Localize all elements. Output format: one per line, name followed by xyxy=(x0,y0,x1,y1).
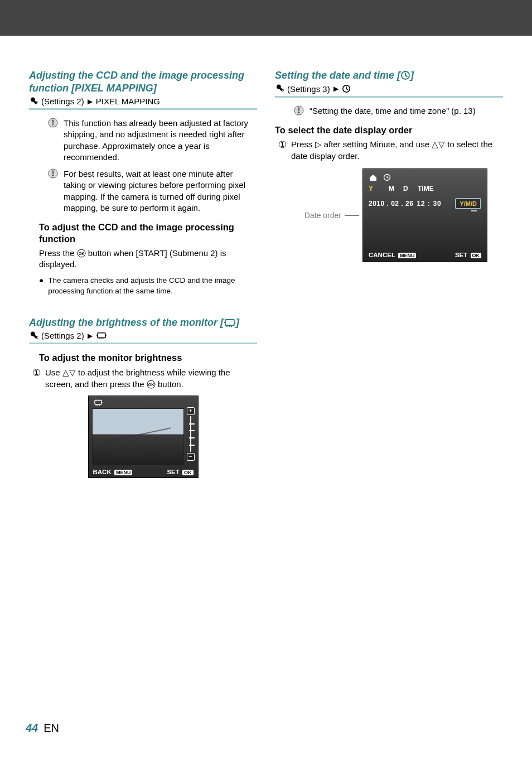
brightness-step-1: ① Use △▽ to adjust the brightness while … xyxy=(32,367,257,390)
hdr-m: M xyxy=(389,185,403,192)
hdr-time: TIME xyxy=(418,185,442,192)
brightness-preview-screen: + − BACK MENU SET OK xyxy=(88,396,199,478)
pixel-mapping-note-1: This function has already been adjusted … xyxy=(48,118,257,163)
brightness-step-prefix: Use xyxy=(45,368,62,377)
datetime-note-text: “Setting the date, time and time zone” (… xyxy=(309,105,503,117)
slider-handle-icon xyxy=(471,208,477,211)
pixel-mapping-bullet-text: The camera checks and adjusts the CCD an… xyxy=(48,276,257,296)
date-order-selector[interactable]: Y/M/D xyxy=(455,198,481,209)
clock-icon xyxy=(400,70,410,80)
datetime-set-label: SET OK xyxy=(455,252,481,258)
brightness-slider[interactable]: + − xyxy=(187,407,195,461)
bullet-icon: ● xyxy=(39,276,43,296)
menu-keycap: MENU xyxy=(398,253,417,258)
brightness-step-suffix: button. xyxy=(158,379,183,389)
datetime-title-suffix: ] xyxy=(410,70,414,81)
hdr-y: Y xyxy=(369,185,389,192)
ok-button-icon: OK xyxy=(147,380,156,389)
step-1-icon: ① xyxy=(278,138,287,162)
pixel-mapping-subhead: To adjust the CCD and the image processi… xyxy=(39,221,257,245)
datetime-cancel-text: CANCEL xyxy=(369,252,395,258)
brightness-path: 2 (Settings 2) ▶ xyxy=(29,331,257,344)
datetime-step-text: Press ▷ after setting Minute, and use △▽… xyxy=(291,138,503,162)
triangle-right-icon: ▶ xyxy=(88,332,93,340)
pixel-mapping-path: 2 (Settings 2) ▶ PIXEL MAPPING xyxy=(29,97,257,110)
pixel-mapping-note-1-text: This function has already been adjusted … xyxy=(64,118,257,163)
datetime-header-row: Y M D TIME xyxy=(369,185,481,192)
datetime-screen-wrap: Date order Y M D TIME xyxy=(275,168,503,262)
brightness-back-text: BACK xyxy=(93,469,112,475)
ok-keycap: OK xyxy=(182,470,194,475)
date-order-label: Date order xyxy=(304,211,341,220)
right-column: Setting the date and time [] 3 (Settings… xyxy=(275,69,503,478)
date-order-value: Y/M/D xyxy=(460,200,477,207)
svg-text:OK: OK xyxy=(148,383,154,387)
dt-step-mid: after setting Minute, and use xyxy=(324,139,432,149)
brightness-back-label: BACK MENU xyxy=(93,469,133,475)
triangle-right-icon: ▶ xyxy=(333,85,338,93)
step-1-icon: ① xyxy=(32,367,41,390)
hdr-d: D xyxy=(403,185,418,192)
datetime-cancel-label: CANCEL MENU xyxy=(369,252,416,258)
brightness-set-label: SET OK xyxy=(167,469,193,475)
datetime-title-prefix: Setting the date and time [ xyxy=(275,70,400,81)
monitor-brightness-icon xyxy=(93,399,103,406)
pixel-mapping-bullet: ● The camera checks and adjusts the CCD … xyxy=(39,276,257,296)
datetime-path: 3 (Settings 3) ▶ xyxy=(275,84,503,98)
datetime-step-1: ① Press ▷ after setting Minute, and use … xyxy=(278,138,503,162)
monitor-brightness-icon xyxy=(96,332,107,340)
brightness-title-prefix: Adjusting the brightness of the monitor … xyxy=(29,317,224,328)
brightness-title-suffix: ] xyxy=(236,317,239,328)
wrench-icon: 2 xyxy=(29,97,38,106)
date-value: 2010 . 02 . 26 xyxy=(369,200,413,208)
time-value: 12 : 30 xyxy=(417,200,441,208)
brightness-slider-track[interactable] xyxy=(190,416,191,452)
pixel-mapping-note-2: For best results, wait at least one minu… xyxy=(48,168,257,214)
page-footer: 44 EN xyxy=(26,722,59,735)
down-triangle-icon: ▽ xyxy=(69,368,76,377)
caution-icon xyxy=(294,105,304,117)
brightness-minus[interactable]: − xyxy=(187,453,195,461)
svg-text:2: 2 xyxy=(36,335,38,339)
wrench-icon: 2 xyxy=(29,331,38,340)
left-column: Adjusting the CCD and the image processi… xyxy=(29,69,257,478)
right-triangle-icon: ▷ xyxy=(315,139,322,149)
caution-icon xyxy=(48,168,58,214)
brightness-step-text: Use △▽ to adjust the brightness while vi… xyxy=(45,367,257,390)
svg-text:2: 2 xyxy=(36,101,38,105)
datetime-tabs xyxy=(369,173,481,181)
brightness-plus[interactable]: + xyxy=(187,407,195,415)
clock-icon xyxy=(342,84,351,93)
datetime-set-text: SET xyxy=(455,252,467,258)
callout-line xyxy=(345,215,359,216)
clock-icon xyxy=(383,173,391,181)
ok-button-icon: OK xyxy=(77,249,86,258)
monitor-brightness-icon xyxy=(224,319,236,327)
datetime-subhead: To select the date display order xyxy=(275,124,503,136)
datetime-path-menu: (Settings 3) xyxy=(287,84,330,94)
page-number: 44 xyxy=(26,722,38,735)
brightness-path-menu: (Settings 2) xyxy=(41,331,84,340)
datetime-note: “Setting the date, time and time zone” (… xyxy=(294,105,503,117)
ok-keycap: OK xyxy=(471,253,482,258)
pixel-mapping-path-item: PIXEL MAPPING xyxy=(96,97,160,106)
pixel-mapping-instruction: Press the OK button when [START] (Submen… xyxy=(39,248,257,271)
svg-rect-20 xyxy=(95,400,101,404)
pixel-mapping-title: Adjusting the CCD and the image processi… xyxy=(29,69,257,94)
dt-step-prefix: Press xyxy=(291,139,315,149)
brightness-set-text: SET xyxy=(167,469,179,475)
page-header-bar xyxy=(0,0,532,36)
pm-para-prefix: Press the xyxy=(39,248,77,258)
up-triangle-icon: △ xyxy=(432,139,438,149)
brightness-title: Adjusting the brightness of the monitor … xyxy=(29,316,257,329)
menu-keycap: MENU xyxy=(114,470,133,475)
svg-text:OK: OK xyxy=(78,252,84,255)
down-triangle-icon: ▽ xyxy=(438,139,445,149)
brightness-subhead: To adjust the monitor brightness xyxy=(39,352,257,364)
up-triangle-icon: △ xyxy=(62,368,69,377)
datetime-preview-screen: Y M D TIME 2010 . 02 . 26 12 : 30 Y/M/D … xyxy=(362,168,487,262)
page-content: Adjusting the CCD and the image processi… xyxy=(0,36,532,478)
page-language: EN xyxy=(43,722,59,735)
svg-text:3: 3 xyxy=(282,88,284,92)
svg-rect-12 xyxy=(98,333,105,338)
